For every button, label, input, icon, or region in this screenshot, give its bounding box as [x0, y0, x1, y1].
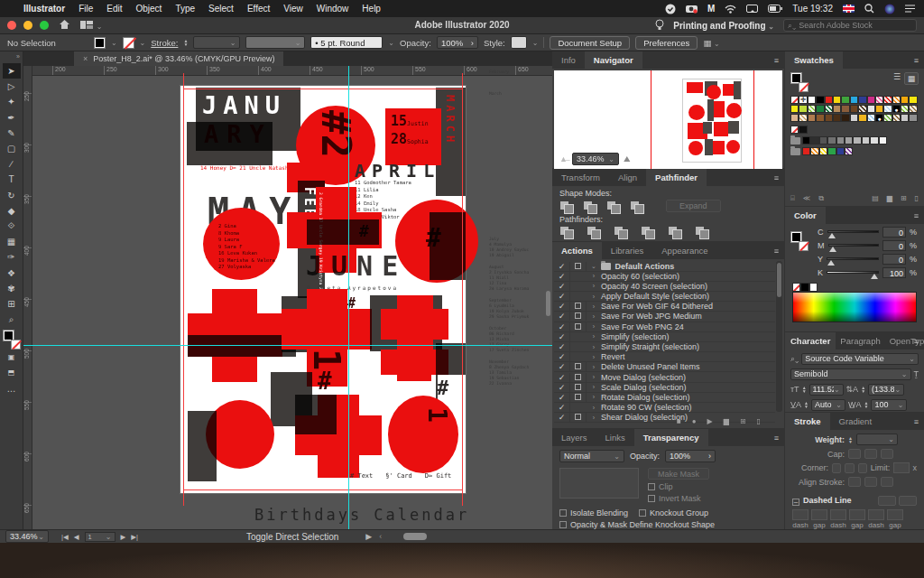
- leading-field[interactable]: (133.829⌄: [868, 384, 904, 396]
- minus-back-icon[interactable]: [695, 226, 709, 238]
- swatch[interactable]: ●: [875, 114, 883, 122]
- statusbar-tool-hint[interactable]: Toggle Direct Selection: [246, 528, 338, 544]
- action-expand-icon[interactable]: ›: [587, 384, 601, 390]
- swatch[interactable]: [858, 114, 866, 122]
- transparency-opacity-field[interactable]: 100%›: [665, 450, 716, 462]
- eraser-tool[interactable]: ◆: [3, 203, 21, 219]
- action-row[interactable]: ✓›Move Dialog (selection): [554, 372, 775, 382]
- poster-one-glyph[interactable]: 1: [422, 407, 452, 423]
- battery-icon[interactable]: [768, 5, 782, 13]
- new-action-icon[interactable]: ⊞: [740, 417, 746, 425]
- channel-slider[interactable]: [827, 257, 879, 260]
- menu-file[interactable]: File: [79, 4, 93, 14]
- channel-value-field[interactable]: 0: [882, 240, 906, 251]
- document-canvas[interactable]: ×Poster_H8_2.ai* @ 33.46% (CMYK/GPU Prev…: [23, 51, 552, 529]
- poster-april-label[interactable]: APRIL: [355, 160, 440, 182]
- poster-hash-glyph[interactable]: #: [426, 223, 441, 253]
- symbol-tool[interactable]: ✾: [3, 281, 21, 296]
- menu-type[interactable]: Type: [175, 4, 195, 14]
- panel-menu-icon[interactable]: ≡: [914, 337, 919, 346]
- action-dialog-toggle[interactable]: [570, 373, 587, 382]
- panel-menu-icon[interactable]: ≡: [774, 434, 779, 443]
- tab-color[interactable]: Color: [785, 207, 826, 224]
- swatch-black[interactable]: [799, 126, 807, 134]
- swatch[interactable]: [816, 96, 824, 104]
- poster-march-date1[interactable]: 15Justin: [391, 113, 429, 129]
- round-join-button[interactable]: [845, 463, 854, 473]
- action-expand-icon[interactable]: ›: [587, 354, 601, 360]
- action-toggle-checkbox[interactable]: ✓: [554, 292, 570, 301]
- type-tool[interactable]: T: [3, 172, 21, 187]
- opacity-field[interactable]: 100%›: [437, 36, 478, 49]
- eyedropper-tool[interactable]: ✑: [3, 249, 21, 265]
- action-dialog-toggle[interactable]: [570, 413, 587, 422]
- swatch[interactable]: [816, 105, 824, 113]
- dashed-line-checkbox[interactable]: Dashed Line: [792, 496, 852, 506]
- dash-gap-field[interactable]: [849, 509, 865, 520]
- action-dialog-toggle[interactable]: [570, 362, 587, 371]
- slider-thumb[interactable]: [871, 274, 878, 279]
- new-group-icon[interactable]: ▆: [887, 194, 892, 203]
- swatch[interactable]: [802, 136, 810, 144]
- exclude-icon[interactable]: [630, 200, 644, 212]
- weight-stepper[interactable]: ▲▼: [848, 436, 853, 443]
- pasteboard-entry[interactable]: 29 Sasha Priymuk: [489, 314, 552, 320]
- action-toggle-checkbox[interactable]: ✓: [554, 332, 570, 341]
- swatch[interactable]: [883, 105, 892, 113]
- divide-icon[interactable]: [559, 226, 574, 238]
- display-mirroring-icon[interactable]: [746, 5, 758, 14]
- swatch[interactable]: [850, 114, 858, 122]
- kerning-stepper[interactable]: ▲▼: [804, 401, 808, 408]
- channel-slider[interactable]: [828, 244, 879, 247]
- color-fill-stroke[interactable]: [790, 231, 808, 251]
- tab-transparency[interactable]: Transparency: [634, 429, 708, 446]
- direct-selection-tool[interactable]: ▷: [3, 79, 21, 94]
- swatch[interactable]: [883, 114, 892, 122]
- crop-icon[interactable]: [641, 226, 655, 238]
- align-dash-button[interactable]: [899, 496, 917, 506]
- poster-hash-glyph[interactable]: #: [318, 368, 332, 395]
- swatch[interactable]: [841, 114, 849, 122]
- navigator-zoom-field[interactable]: 33.46%⌄: [572, 153, 619, 165]
- channel-slider[interactable]: [827, 230, 879, 233]
- action-row[interactable]: ✓›Simplify Straight (selection): [554, 342, 775, 352]
- swatch[interactable]: [909, 114, 917, 122]
- swatch[interactable]: [875, 96, 883, 104]
- swatch[interactable]: [836, 147, 845, 155]
- spotlight-search-icon[interactable]: [864, 4, 874, 14]
- kerning-field[interactable]: Auto⌄: [811, 399, 845, 411]
- action-row[interactable]: ✓›Save For Web JPG Medium: [554, 312, 775, 322]
- nav-zoom-out-icon[interactable]: ▲̶: [559, 154, 568, 163]
- action-row[interactable]: ✓›Delete Unused Panel Items: [554, 362, 775, 372]
- preferences-button[interactable]: Preferences: [635, 36, 698, 50]
- pasteboard-entry[interactable]: 19 Abigail: [489, 253, 552, 258]
- action-toggle-checkbox[interactable]: ✓: [554, 272, 570, 281]
- brush-definition[interactable]: • 5 pt. Round: [310, 36, 383, 49]
- swatch[interactable]: [808, 114, 816, 122]
- channel-value-field[interactable]: 0: [882, 227, 906, 238]
- home-icon[interactable]: [60, 20, 69, 31]
- action-row[interactable]: ✓›Simplify (selection): [554, 332, 775, 342]
- actions-scrollbar[interactable]: [776, 261, 782, 412]
- tab-align[interactable]: Align: [609, 169, 646, 186]
- uk-flag-input-source-icon[interactable]: [843, 5, 855, 13]
- action-row[interactable]: ✓›Save For Web PNG 24: [554, 322, 775, 332]
- stop-recording-icon[interactable]: ■: [677, 417, 681, 425]
- trim-icon[interactable]: [587, 226, 601, 238]
- swatch[interactable]: [841, 96, 849, 104]
- swatch[interactable]: [808, 105, 816, 113]
- tab-paragraph[interactable]: Paragraph: [836, 332, 884, 350]
- swatch[interactable]: [808, 96, 816, 104]
- font-style-field[interactable]: Semibold⌄: [790, 368, 911, 380]
- next-artboard-icon[interactable]: ▶: [121, 533, 126, 541]
- rectangle-tool[interactable]: ▢: [3, 141, 21, 156]
- tab-swatches[interactable]: Swatches: [785, 51, 843, 69]
- knockout-group-checkbox[interactable]: Knockout Group: [639, 508, 708, 517]
- fill-stroke-indicator[interactable]: [3, 330, 21, 350]
- swatch-kind-icon[interactable]: ⧉: [818, 194, 824, 203]
- tab-stroke[interactable]: Stroke: [785, 413, 830, 430]
- dash-gap-field[interactable]: [830, 509, 846, 520]
- panel-menu-icon[interactable]: ≡: [914, 56, 919, 65]
- poster-shape-rect[interactable]: [188, 411, 217, 481]
- variable-width-profile[interactable]: ⌄: [245, 36, 305, 49]
